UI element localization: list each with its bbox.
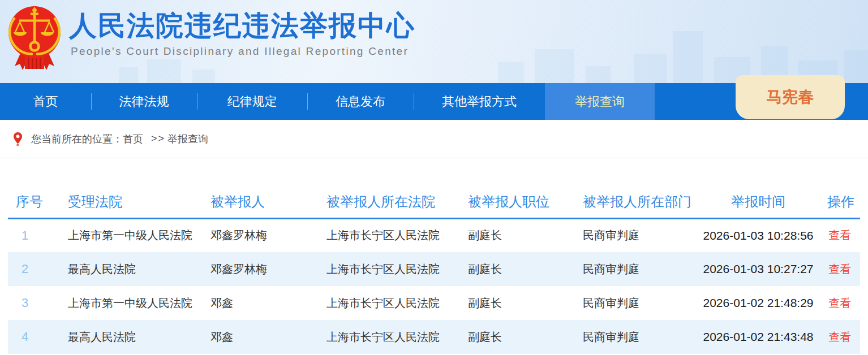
column-header-7: 举报时间 (696, 187, 820, 218)
table-row: 1上海市第一中级人民法院邓鑫罗林梅上海市长宁区人民法院副庭长民商审判庭2026-… (8, 218, 860, 252)
breadcrumb-label: 您当前所在的位置： (31, 132, 123, 146)
nav-item-6[interactable]: 举报查询 (545, 83, 655, 120)
site-header: 人民法院违纪违法举报中心 People's Court Disciplinary… (0, 0, 868, 83)
skyline-decor (673, 31, 703, 83)
cell-reported: 邓鑫罗林梅 (203, 252, 319, 286)
cell-time: 2026-01-02 21:43:48 (696, 320, 820, 354)
report-query-table-section: 序号受理法院被举报人被举报人所在法院被举报人职位被举报人所在部门举报时间操作 1… (8, 158, 860, 354)
breadcrumb-current: 举报查询 (167, 132, 208, 146)
column-header-4: 被举报人所在法院 (319, 187, 460, 218)
skyline-decor (119, 67, 138, 83)
view-link[interactable]: 查看 (828, 297, 851, 309)
cell-reported: 邓鑫 (203, 286, 319, 320)
nav-item-3[interactable]: 纪律规定 (197, 83, 307, 120)
cell-court: 最高人民法院 (60, 320, 203, 354)
cell-court: 最高人民法院 (60, 252, 203, 286)
breadcrumb: 您当前所在的位置： 首页 >> 举报查询 (0, 120, 868, 158)
nav-item-2[interactable]: 法律法规 (91, 83, 197, 120)
skyline-decor (498, 62, 524, 83)
table-row: 2最高人民法院邓鑫罗林梅上海市长宁区人民法院副庭长民商审判庭2026-01-03… (8, 252, 860, 286)
cell-department: 民商审判庭 (575, 218, 696, 252)
cell-position: 副庭长 (460, 252, 575, 286)
column-header-3: 被举报人 (203, 187, 319, 218)
skyline-decor (147, 59, 181, 83)
cell-action: 查看 (820, 218, 860, 252)
site-title: 人民法院违纪违法举报中心 (69, 10, 415, 41)
view-link[interactable]: 查看 (828, 263, 851, 275)
site-subtitle: People's Court Disciplinary and Illegal … (71, 45, 415, 58)
cell-department: 民商审判庭 (575, 286, 696, 320)
cell-position: 副庭长 (460, 286, 575, 320)
cell-no: 1 (8, 218, 60, 252)
cell-reported: 邓鑫罗林梅 (203, 218, 319, 252)
cell-no: 2 (8, 252, 60, 286)
cell-no: 3 (8, 286, 60, 320)
cell-reported_court: 上海市长宁区人民法院 (319, 320, 460, 354)
nav-item-5[interactable]: 其他举报方式 (414, 83, 545, 120)
nav-item-1[interactable]: 首页 (0, 83, 91, 120)
column-header-6: 被举报人所在部门 (575, 187, 696, 218)
skyline-decor (844, 50, 868, 83)
skyline-decor (535, 49, 574, 83)
cell-reported_court: 上海市长宁区人民法院 (319, 252, 460, 286)
view-link[interactable]: 查看 (828, 229, 851, 241)
cell-time: 2026-01-03 10:27:27 (696, 252, 820, 286)
table-row: 3上海市第一中级人民法院邓鑫上海市长宁区人民法院副庭长民商审判庭2026-01-… (8, 286, 860, 320)
column-header-5: 被举报人职位 (460, 187, 575, 218)
report-query-table: 序号受理法院被举报人被举报人所在法院被举报人职位被举报人所在部门举报时间操作 1… (8, 187, 860, 354)
cell-no: 4 (8, 320, 60, 354)
cell-time: 2026-01-02 21:48:29 (696, 286, 820, 320)
location-pin-icon (14, 132, 22, 146)
cell-reported_court: 上海市长宁区人民法院 (319, 218, 460, 252)
main-nav: 首页法律法规纪律规定信息发布其他举报方式举报查询 马宪春 (0, 83, 868, 120)
cell-position: 副庭长 (460, 218, 575, 252)
column-header-2: 受理法院 (60, 187, 203, 218)
cell-reported: 邓鑫 (203, 320, 319, 354)
cell-reported_court: 上海市长宁区人民法院 (319, 286, 460, 320)
cell-action: 查看 (820, 320, 860, 354)
user-button[interactable]: 马宪春 (736, 75, 845, 119)
skyline-decor (586, 66, 611, 83)
cell-action: 查看 (820, 286, 860, 320)
breadcrumb-home-link[interactable]: 首页 (123, 132, 143, 146)
skyline-decor (634, 54, 667, 83)
cell-position: 副庭长 (460, 320, 575, 354)
breadcrumb-separator: >> (151, 133, 165, 145)
table-row: 4最高人民法院邓鑫上海市长宁区人民法院副庭长民商审判庭2026-01-02 21… (8, 320, 860, 354)
cell-court: 上海市第一中级人民法院 (60, 218, 203, 252)
cell-court: 上海市第一中级人民法院 (60, 286, 203, 320)
nav-item-4[interactable]: 信息发布 (307, 83, 414, 120)
cell-action: 查看 (820, 252, 860, 286)
column-header-8: 操作 (820, 187, 860, 218)
column-header-1: 序号 (8, 187, 60, 218)
cell-department: 民商审判庭 (575, 252, 696, 286)
cell-time: 2026-01-03 10:28:56 (696, 218, 820, 252)
cell-department: 民商审判庭 (575, 320, 696, 354)
view-link[interactable]: 查看 (828, 331, 851, 343)
court-emblem-logo (8, 5, 61, 78)
skyline-decor (192, 70, 215, 83)
